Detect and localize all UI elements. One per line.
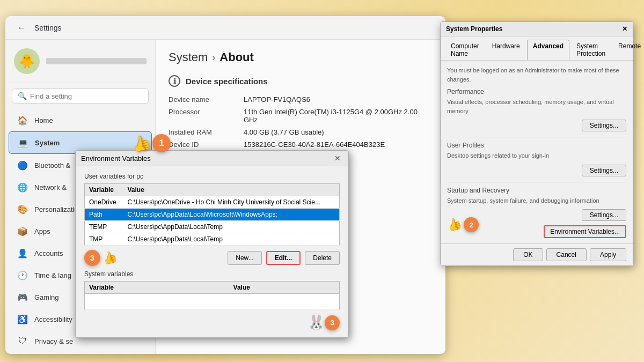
sidebar-item-label: Accessibility — [34, 315, 72, 323]
table-row[interactable]: TEMP C:\Users\pc\AppData\Local\Temp — [85, 221, 340, 233]
user-profiles-label: User Profiles — [447, 142, 626, 149]
step3-bottom-bubble: 3 — [325, 315, 340, 330]
tab-computer-name[interactable]: Computer Name — [445, 40, 485, 60]
var-name: TMP — [85, 233, 123, 246]
divider-2 — [447, 182, 626, 182]
search-box[interactable]: 🔍 — [12, 88, 149, 104]
var-name: TEMP — [85, 221, 123, 233]
step3-bubble: 3 — [84, 250, 100, 266]
performance-desc: Visual effects, processor scheduling, me… — [447, 98, 626, 115]
divider-1 — [447, 137, 626, 137]
user-profiles-desc: Desktop settings related to your sign-in — [447, 151, 626, 160]
section-title: Device specifications — [186, 77, 268, 86]
user-variables-table: Variable Value OneDrive C:\Users\pc\OneD… — [84, 183, 340, 246]
time-icon: 🕐 — [17, 270, 28, 280]
network-icon: 🌐 — [17, 182, 28, 193]
sys-table-header-row: Variable Value — [85, 282, 340, 294]
sidebar-item-label: Gaming — [34, 293, 59, 301]
breadcrumb: System › About — [169, 50, 433, 64]
environment-variables-dialog: Environment Variables ✕ User variables f… — [75, 150, 349, 338]
sys-props-close-icon[interactable]: ✕ — [622, 25, 627, 33]
sidebar-item-label: Privacy & se — [34, 337, 73, 345]
env-dialog-close-button[interactable]: ✕ — [332, 154, 343, 162]
env-dialog-titlebar: Environment Variables ✕ — [76, 151, 348, 166]
sidebar-item-label: System — [35, 139, 60, 147]
step1-bubble: 1 — [152, 134, 171, 152]
gaming-icon: 🎮 — [17, 292, 28, 302]
env-dialog-title: Environment Variables — [81, 154, 151, 162]
startup-recovery-desc: System startup, system failure, and debu… — [447, 196, 626, 205]
breadcrumb-current: About — [219, 50, 254, 64]
performance-settings-button[interactable]: Settings... — [582, 120, 626, 131]
table-header-row: Variable Value — [85, 184, 340, 196]
tab-system-protection[interactable]: System Protection — [570, 40, 611, 60]
delete-user-var-button[interactable]: Delete — [305, 251, 340, 265]
sys-props-tabs: Computer Name Hardware Advanced System P… — [441, 36, 633, 61]
privacy-icon: 🛡 — [17, 336, 28, 346]
bluetooth-icon: 🔵 — [17, 160, 28, 171]
var-name: OneDrive — [85, 196, 123, 209]
user-var-buttons-row: 3 👍 New... Edit... Delete — [84, 250, 340, 266]
home-icon: 🏠 — [17, 115, 28, 125]
sys-props-footer: OK Cancel Apply — [441, 243, 633, 265]
table-row[interactable]: Path C:\Users\pc\AppData\Local\Microsoft… — [85, 209, 340, 221]
col-variable: Variable — [85, 184, 123, 196]
sidebar-item-windows[interactable]: ⊞ Windows U — [9, 352, 152, 354]
environment-variables-button[interactable]: Environment Variables... — [544, 225, 626, 238]
new-user-var-button[interactable]: New... — [228, 251, 261, 265]
var-value: C:\Users\pc\AppData\Local\Temp — [123, 233, 340, 246]
search-icon: 🔍 — [18, 92, 27, 100]
user-profiles-section: User Profiles Desktop settings related t… — [447, 142, 626, 160]
user-profile: 🐥 — [5, 40, 155, 83]
back-button[interactable]: ← — [14, 22, 29, 34]
ok-button[interactable]: OK — [513, 248, 543, 261]
spec-row-devicename: Device name LAPTOP-FV1QAQS6 — [169, 95, 433, 104]
performance-label: Performance — [447, 88, 626, 95]
table-row[interactable]: TMP C:\Users\pc\AppData\Local\Temp — [85, 233, 340, 246]
col-value: Value — [123, 184, 340, 196]
step2-bubble: 2 — [464, 217, 479, 232]
sidebar-item-label: Accounts — [34, 249, 63, 257]
spec-row-deviceid: Device ID 1538216C-CE30-40A2-81EA-664E40… — [169, 141, 433, 149]
sys-props-titlebar: System Properties ✕ — [441, 22, 633, 36]
user-name — [46, 58, 147, 64]
tab-remote[interactable]: Remote — [612, 40, 644, 60]
cancel-button[interactable]: Cancel — [546, 248, 587, 261]
var-value: C:\Users\pc\AppData\Local\Microsoft\Wind… — [123, 209, 340, 221]
accounts-icon: 👤 — [17, 248, 28, 258]
var-name: Path — [85, 209, 123, 221]
breadcrumb-parent: System — [169, 50, 208, 64]
breadcrumb-separator: › — [212, 52, 215, 63]
search-input[interactable] — [30, 92, 143, 100]
accessibility-icon: ♿ — [17, 314, 28, 324]
sidebar-item-label: Apps — [34, 227, 50, 235]
tab-hardware[interactable]: Hardware — [486, 40, 526, 60]
thumb-icon-3a: 👍 — [100, 249, 119, 267]
sidebar-item-home[interactable]: 🏠 Home — [9, 109, 152, 131]
thumb-icon-1: 👍 — [129, 132, 152, 155]
performance-section: Performance Visual effects, processor sc… — [447, 88, 626, 115]
sys-col-value: Value — [229, 282, 340, 294]
system-variables-table: Variable Value — [84, 281, 340, 310]
spec-row-processor: Processor 11th Gen Intel(R) Core(TM) i3-… — [169, 108, 433, 124]
startup-settings-button[interactable]: Settings... — [582, 209, 626, 221]
tab-advanced[interactable]: Advanced — [527, 40, 569, 60]
system-vars-label: System variables — [84, 270, 340, 278]
avatar: 🐥 — [14, 48, 40, 74]
table-row[interactable]: OneDrive C:\Users\pc\OneDrive - Ho Chi M… — [85, 196, 340, 209]
sys-props-body: You must be logged on as an Administrato… — [441, 61, 633, 243]
step3-annotation: 3 👍 — [84, 250, 117, 266]
startup-recovery-section: Startup and Recovery System startup, sys… — [447, 187, 626, 239]
var-value: C:\Users\pc\OneDrive - Ho Chi Minh City … — [123, 196, 340, 209]
user-var-btns: New... Edit... Delete — [228, 251, 340, 265]
title-bar: ← Settings — [5, 16, 445, 40]
apps-icon: 📦 — [17, 226, 28, 237]
user-profiles-settings-button[interactable]: Settings... — [582, 165, 626, 176]
rabbit-icon: 🐰 — [308, 314, 325, 331]
apply-button[interactable]: Apply — [590, 248, 626, 261]
sys-table-row-empty — [85, 294, 340, 310]
device-specs-header: ℹ Device specifications — [169, 75, 433, 87]
window-title: Settings — [34, 24, 62, 32]
edit-user-var-button[interactable]: Edit... — [266, 251, 301, 265]
sys-col-variable: Variable — [85, 282, 229, 294]
